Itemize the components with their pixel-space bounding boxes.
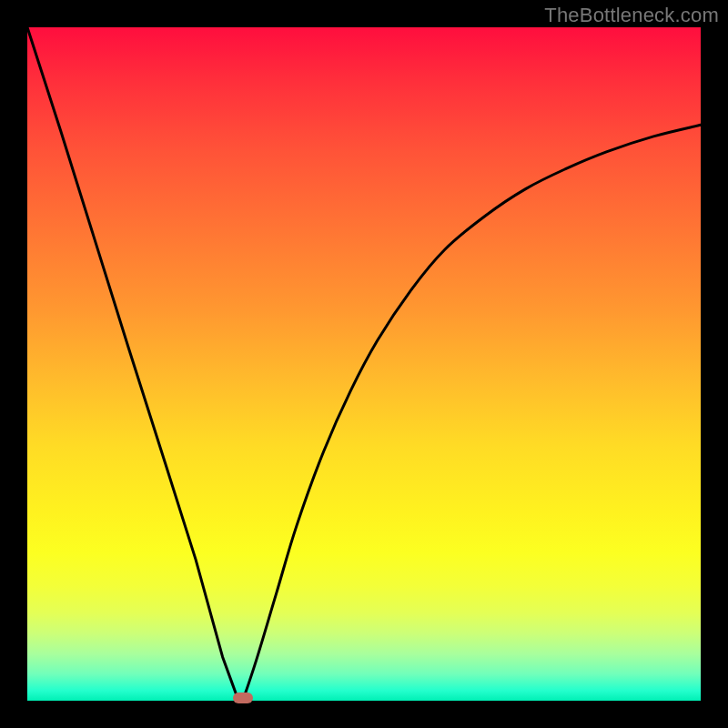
- chart-frame: TheBottleneck.com: [0, 0, 728, 728]
- watermark-text: TheBottleneck.com: [544, 4, 719, 27]
- right-branch-path: [243, 125, 701, 701]
- left-branch-path: [27, 27, 243, 701]
- minimum-marker: [233, 693, 253, 703]
- curve-svg: [27, 27, 701, 701]
- plot-area: [27, 27, 701, 701]
